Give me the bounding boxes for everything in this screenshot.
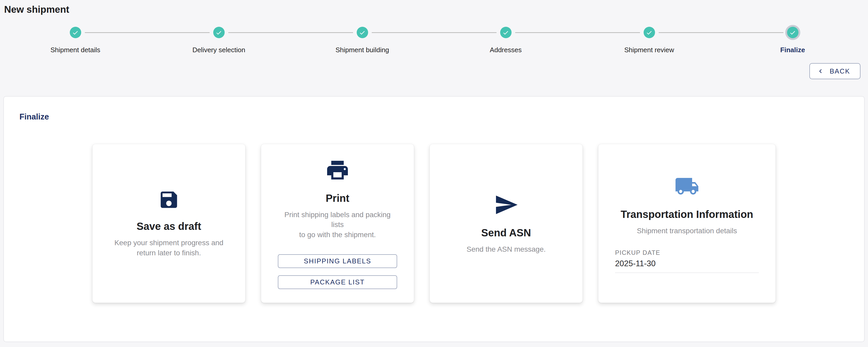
card-title: Transportation Information — [621, 208, 753, 220]
pickup-date-value: 2025-11-30 — [615, 259, 759, 268]
pickup-date-field: PICKUP DATE 2025-11-30 — [615, 249, 759, 273]
page-title: New shipment — [4, 3, 868, 16]
card-title: Save as draft — [136, 221, 201, 232]
card-save-as-draft[interactable]: Save as draft Keep your shipment progres… — [92, 144, 245, 303]
toolbar: BACK — [0, 63, 861, 79]
card-description: Send the ASN message. — [466, 244, 546, 254]
pickup-date-label: PICKUP DATE — [615, 249, 759, 256]
section-title: Finalize — [20, 112, 848, 121]
step-label: Shipment details — [50, 46, 100, 54]
card-send-asn[interactable]: Send ASN Send the ASN message. — [430, 144, 583, 303]
step-label: Delivery selection — [192, 46, 245, 54]
shipping-labels-button[interactable]: SHIPPING LABELS — [278, 254, 397, 268]
step-completed-check-icon — [357, 27, 368, 38]
step-completed-check-icon — [70, 27, 81, 38]
card-transportation-information: Transportation Information Shipment tran… — [598, 144, 776, 303]
step-completed-check-icon — [644, 27, 655, 38]
save-icon — [158, 189, 180, 211]
card-description: Keep your shipment progress and return l… — [115, 238, 223, 258]
card-print: Print Print shipping labels and packing … — [261, 144, 414, 303]
printer-icon — [325, 158, 350, 182]
card-description: Print shipping labels and packing lists … — [278, 210, 397, 239]
step-completed-check-icon — [213, 27, 225, 38]
stepper-step-delivery-selection[interactable]: Delivery selection — [147, 27, 290, 54]
stepper-step-addresses[interactable]: Addresses — [434, 27, 578, 54]
step-completed-check-icon — [787, 27, 799, 38]
stepper-step-shipment-building[interactable]: Shipment building — [290, 27, 434, 54]
finalize-panel: Finalize Save as draft Keep your shipmen… — [3, 96, 865, 342]
stepper-step-finalize[interactable]: Finalize — [721, 27, 864, 54]
step-label: Finalize — [780, 46, 805, 54]
step-completed-check-icon — [500, 27, 512, 38]
action-cards: Save as draft Keep your shipment progres… — [20, 144, 848, 303]
stepper: Shipment details Delivery selection Ship… — [0, 27, 868, 54]
stepper-step-shipment-review[interactable]: Shipment review — [578, 27, 721, 54]
step-label: Addresses — [490, 46, 522, 54]
back-button[interactable]: BACK — [809, 63, 861, 79]
card-title: Send ASN — [481, 227, 531, 239]
print-buttons: SHIPPING LABELS PACKAGE LIST — [278, 254, 397, 289]
chevron-left-icon — [817, 67, 825, 75]
back-button-label: BACK — [830, 67, 850, 75]
card-title: Print — [326, 193, 349, 204]
step-label: Shipment building — [335, 46, 389, 54]
package-list-button[interactable]: PACKAGE LIST — [278, 275, 397, 289]
send-icon — [494, 193, 519, 217]
card-description: Shipment transportation details — [637, 226, 737, 236]
truck-icon — [675, 174, 700, 199]
step-label: Shipment review — [624, 46, 674, 54]
stepper-step-shipment-details[interactable]: Shipment details — [4, 27, 147, 54]
